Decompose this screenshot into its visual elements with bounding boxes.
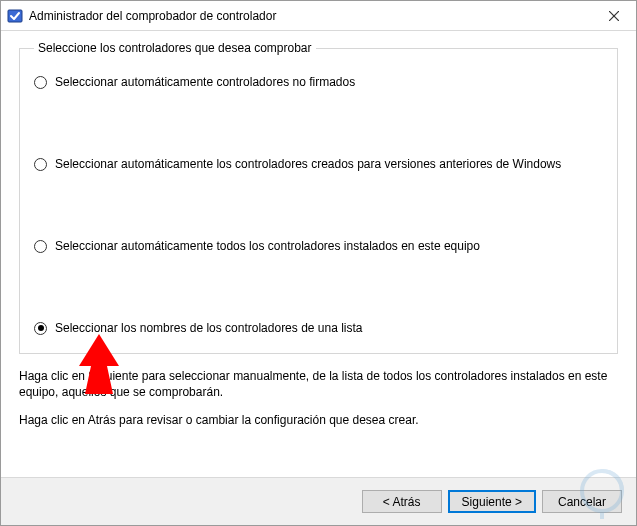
- radio-label: Seleccionar automáticamente los controla…: [55, 157, 561, 171]
- dialog-window: Administrador del comprobador de control…: [0, 0, 637, 526]
- radio-label: Seleccionar automáticamente controladore…: [55, 75, 355, 89]
- back-button[interactable]: < Atrás: [362, 490, 442, 513]
- radio-label: Seleccionar automáticamente todos los co…: [55, 239, 480, 253]
- radio-icon: [34, 76, 47, 89]
- radio-option-older-windows[interactable]: Seleccionar automáticamente los controla…: [34, 157, 603, 171]
- radio-icon: [34, 158, 47, 171]
- radio-option-unsigned[interactable]: Seleccionar automáticamente controladore…: [34, 75, 603, 89]
- driver-select-group: Seleccione los controladores que desea c…: [19, 41, 618, 354]
- group-legend: Seleccione los controladores que desea c…: [34, 41, 316, 55]
- radio-option-from-list[interactable]: Seleccionar los nombres de los controlad…: [34, 321, 603, 335]
- radio-icon: [34, 240, 47, 253]
- app-icon: [7, 8, 23, 24]
- cancel-button[interactable]: Cancelar: [542, 490, 622, 513]
- radio-icon: [34, 322, 47, 335]
- button-bar: < Atrás Siguiente > Cancelar: [1, 477, 636, 525]
- radio-option-all-installed[interactable]: Seleccionar automáticamente todos los co…: [34, 239, 603, 253]
- radio-label: Seleccionar los nombres de los controlad…: [55, 321, 363, 335]
- help-line-1: Haga clic en Siguiente para seleccionar …: [19, 368, 618, 400]
- help-line-2: Haga clic en Atrás para revisar o cambia…: [19, 412, 618, 428]
- help-text: Haga clic en Siguiente para seleccionar …: [19, 368, 618, 441]
- titlebar: Administrador del comprobador de control…: [1, 1, 636, 31]
- client-area: Seleccione los controladores que desea c…: [1, 31, 636, 477]
- close-button[interactable]: [592, 1, 636, 31]
- next-button[interactable]: Siguiente >: [448, 490, 536, 513]
- window-title: Administrador del comprobador de control…: [29, 9, 592, 23]
- close-icon: [609, 11, 619, 21]
